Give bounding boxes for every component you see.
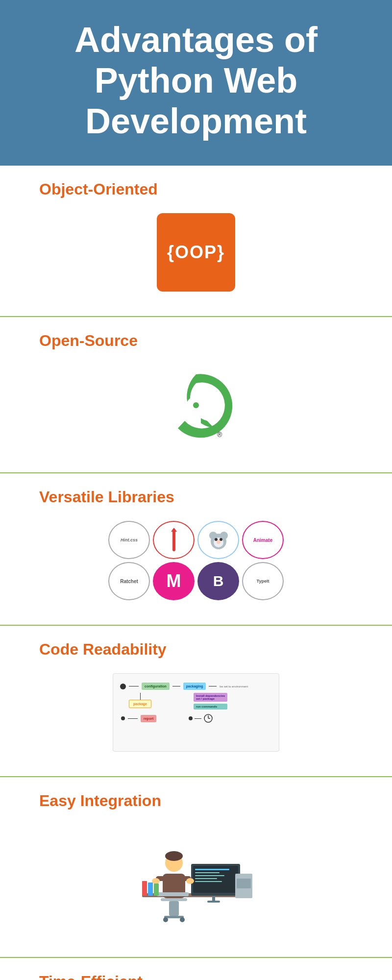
svg-rect-41 (142, 881, 147, 896)
lib-straw (153, 521, 195, 559)
svg-rect-38 (157, 892, 189, 896)
section-title-code-readability: Code Readability (39, 640, 167, 659)
section-title-easy-integration: Easy Integration (39, 792, 161, 810)
svg-rect-23 (195, 881, 222, 882)
section-title-open-source: Open-Source (39, 332, 138, 350)
svg-rect-22 (195, 878, 217, 879)
lib-animate: Animate (242, 521, 284, 559)
lib-hint-css: Hint.css (108, 521, 150, 559)
open-source-image-area: ® (39, 360, 353, 458)
svg-marker-5 (171, 528, 177, 532)
code-readability-image-area: configuration packaging be set to enviro… (39, 668, 353, 761)
lib-materialize: M (153, 562, 195, 600)
section-title-object-oriented: Object-Oriented (39, 180, 158, 198)
svg-rect-42 (148, 882, 153, 896)
desk-person-icon (127, 825, 265, 932)
svg-point-31 (152, 878, 160, 884)
open-source-icon: ® (154, 365, 238, 448)
lib-typeit: TypeIt (242, 562, 284, 600)
svg-rect-34 (169, 901, 179, 916)
svg-rect-43 (154, 883, 159, 896)
section-title-time-efficient: Time-Efficient (39, 973, 143, 980)
libraries-image-area: Hint.css (39, 516, 353, 610)
svg-point-32 (186, 878, 194, 884)
lib-ratchet: Ratchet (108, 562, 150, 600)
svg-rect-20 (195, 872, 220, 873)
lib-bootstrap: B (197, 562, 239, 600)
svg-point-37 (180, 917, 185, 922)
svg-rect-19 (195, 869, 229, 870)
svg-rect-25 (207, 901, 220, 903)
section-time-efficient: Time-Efficient 12 3 6 9 $ (0, 958, 392, 980)
code-diagram: configuration packaging be set to enviro… (113, 673, 279, 752)
svg-rect-21 (195, 875, 224, 876)
section-easy-integration: Easy Integration (0, 777, 392, 958)
svg-point-27 (165, 851, 183, 861)
easy-integration-image-area (39, 820, 353, 942)
svg-text:®: ® (217, 431, 222, 439)
oop-image-area: {OOP} (39, 208, 353, 301)
svg-point-11 (220, 538, 222, 541)
section-title-versatile-libraries: Versatile Libraries (39, 488, 174, 506)
oop-icon: {OOP} (157, 213, 235, 292)
main-title: Advantages of Python Web Development (29, 20, 363, 141)
svg-point-10 (215, 538, 218, 541)
svg-rect-24 (212, 896, 215, 901)
svg-rect-33 (161, 898, 187, 901)
svg-rect-4 (172, 529, 175, 551)
section-versatile-libraries: Versatile Libraries Hint.css (0, 473, 392, 626)
section-code-readability: Code Readability configuration packaging… (0, 626, 392, 777)
svg-point-36 (163, 917, 168, 922)
svg-point-12 (217, 540, 220, 544)
lib-polarbear (197, 521, 239, 559)
header-section: Advantages of Python Web Development (0, 0, 392, 166)
svg-rect-40 (237, 879, 251, 888)
svg-point-2 (193, 402, 199, 408)
section-object-oriented: Object-Oriented {OOP} (0, 166, 392, 317)
section-open-source: Open-Source ® (0, 317, 392, 473)
